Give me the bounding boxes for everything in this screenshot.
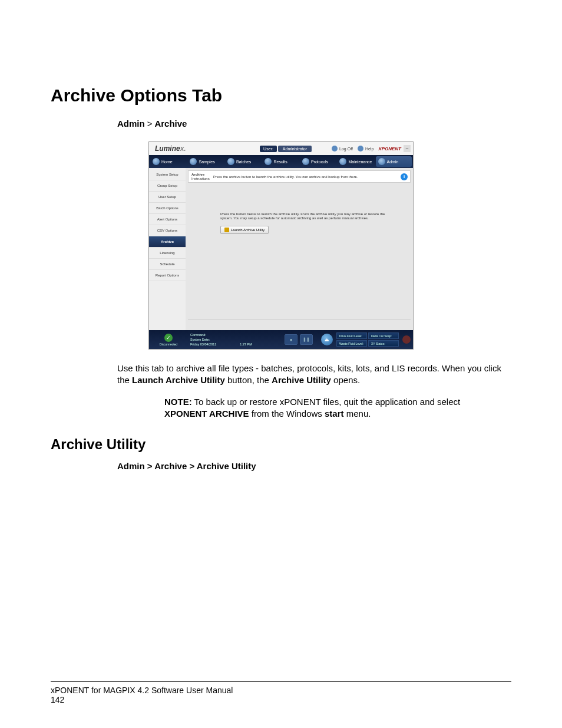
archive-icon xyxy=(224,228,229,232)
sidebar-item-csv-options[interactable]: CSV Options xyxy=(149,225,186,236)
minimize-button[interactable]: – xyxy=(404,145,411,152)
launch-archive-utility-button[interactable]: Launch Archive Utility xyxy=(220,226,269,234)
tab-maintenance[interactable]: Maintenance xyxy=(337,156,374,167)
power-button[interactable] xyxy=(402,335,411,344)
samples-icon xyxy=(190,158,197,165)
page-footer: xPONENT for MAGPIX 4.2 Software User Man… xyxy=(51,681,511,704)
time-value: 1:27 PM xyxy=(240,342,252,346)
system-status-label: Disconnected xyxy=(160,342,177,346)
user-value: Administrator xyxy=(278,146,312,152)
breadcrumb-separator: > xyxy=(145,118,155,129)
instructions-bar: ArchiveInstructions Press the archive bu… xyxy=(188,170,411,183)
user-label: User: xyxy=(260,146,277,152)
tab-batches[interactable]: Batches xyxy=(225,156,261,167)
breadcrumb-admin: Admin xyxy=(117,118,145,129)
tab-protocols[interactable]: Protocols xyxy=(300,156,336,167)
sidebar-item-system-setup[interactable]: System Setup xyxy=(149,169,186,180)
titlebar: Luminex. User: Administrator Log Off Hel… xyxy=(149,142,413,155)
system-date-label: System Date: xyxy=(190,338,210,341)
logoff-icon xyxy=(332,146,338,151)
product-name: XPONENT xyxy=(378,146,401,151)
paragraph-1: Use this tab to archive all file types -… xyxy=(117,363,511,387)
sidebar-item-report-options[interactable]: Report Options xyxy=(149,270,186,281)
app-screenshot: Luminex. User: Administrator Log Off Hel… xyxy=(148,141,414,350)
content-text: Press the button below to launch the arc… xyxy=(220,212,385,220)
sidebar-item-group-setup[interactable]: Group Setup xyxy=(149,180,186,192)
sidebar-item-archive[interactable]: Archive xyxy=(149,236,186,248)
maintenance-icon xyxy=(339,158,346,165)
breadcrumb: Admin>Archive xyxy=(117,118,511,129)
tab-home[interactable]: Home xyxy=(150,156,186,167)
status-check-icon: ✓ xyxy=(164,334,173,342)
help-button[interactable]: Help xyxy=(355,144,376,153)
eject-button[interactable]: ⏏ xyxy=(321,334,333,345)
footer-page-number: 142 xyxy=(51,695,511,704)
instructions-text: Press the archive button to launch the a… xyxy=(213,175,407,179)
protocols-icon xyxy=(302,158,309,165)
help-icon xyxy=(358,146,363,151)
admin-icon xyxy=(378,158,385,165)
sidebar-item-schedule[interactable]: Schedule xyxy=(149,259,186,270)
breadcrumb-2: Admin > Archive > Archive Utility xyxy=(117,461,511,471)
logoff-button[interactable]: Log Off xyxy=(329,144,355,153)
waste-fluid-level: Waste Fluid Level: xyxy=(336,340,367,347)
page-heading: Archive Options Tab xyxy=(51,85,511,106)
command-label: Command: xyxy=(190,333,206,337)
main-tabs: Home Samples Batches Results Protocols M… xyxy=(149,155,413,168)
brand-logo: Luminex. xyxy=(151,144,190,153)
results-icon xyxy=(265,158,272,165)
status-bar: ✓ Disconnected Command: System Date: Fri… xyxy=(149,330,413,349)
admin-sidebar: System Setup Group Setup User Setup Batc… xyxy=(149,168,186,330)
info-icon[interactable]: i xyxy=(401,173,408,180)
drive-fluid-level: Drive Fluid Level: xyxy=(336,332,367,339)
note-paragraph: NOTE: To back up or restore xPONENT file… xyxy=(164,396,494,420)
sidebar-item-licensing[interactable]: Licensing xyxy=(149,248,186,259)
sidebar-item-batch-options[interactable]: Batch Options xyxy=(149,203,186,214)
batches-icon xyxy=(227,158,234,165)
subheading-archive-utility: Archive Utility xyxy=(51,436,511,453)
xy-status: XY Status: xyxy=(368,340,399,347)
stop-button[interactable]: ■ xyxy=(285,334,297,345)
delta-cal-temp: Delta Cal Temp: xyxy=(368,332,399,339)
pause-button[interactable]: ❚❚ xyxy=(300,334,313,345)
tab-samples[interactable]: Samples xyxy=(187,156,223,167)
tab-results[interactable]: Results xyxy=(262,156,298,167)
sidebar-item-alert-options[interactable]: Alert Options xyxy=(149,214,186,225)
instructions-title: ArchiveInstructions xyxy=(191,173,210,180)
date-value: Friday 03/04/2011 xyxy=(190,342,216,346)
footer-title: xPONENT for MAGPIX 4.2 Software User Man… xyxy=(51,686,511,695)
sidebar-item-user-setup[interactable]: User Setup xyxy=(149,192,186,203)
tab-admin[interactable]: Admin xyxy=(376,156,412,167)
home-icon xyxy=(153,158,160,165)
breadcrumb-archive: Archive xyxy=(154,118,187,129)
